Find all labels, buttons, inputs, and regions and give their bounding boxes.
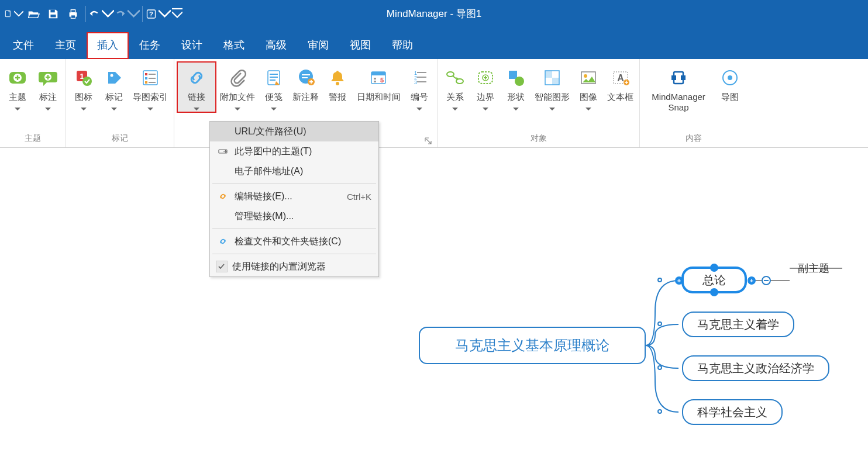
snap-icon [668, 67, 689, 88]
open-button[interactable] [23, 4, 43, 25]
ribbon-numbering-button[interactable]: 123 编号 [404, 61, 435, 113]
svg-text:5: 5 [380, 77, 384, 84]
numbering-icon: 123 [409, 67, 430, 88]
chevron-down-icon [585, 103, 591, 113]
ribbon-image-button[interactable]: 图像 [573, 61, 604, 113]
ribbon-attachment-button[interactable]: 附加文件 [216, 61, 259, 113]
chevron-down-icon [147, 103, 153, 113]
boundary-icon [475, 67, 496, 88]
svg-rect-21 [149, 82, 156, 83]
ribbon-note-button[interactable]: 便笺 [259, 61, 289, 113]
link-dropdown-menu: URL/文件路径(U) 此导图中的主题(T) 电子邮件地址(A) 编辑链接(E)… [209, 121, 379, 277]
menu-view[interactable]: 视图 [339, 32, 381, 59]
menu-insert[interactable]: 插入 [87, 32, 129, 59]
calendar-icon: 5 [368, 67, 389, 88]
dd-email[interactable]: 电子邮件地址(A) [210, 161, 378, 181]
ribbon-shape-button[interactable]: 形状 [501, 61, 531, 113]
qat-customize[interactable] [171, 4, 182, 25]
svg-rect-49 [545, 71, 552, 78]
ribbon-tag-button[interactable]: 标记 [99, 61, 129, 113]
plus-topic-icon [7, 67, 28, 88]
dd-separator [212, 229, 376, 229]
sub-topic-label[interactable]: 副主题 [798, 261, 829, 275]
chevron-down-icon [235, 103, 240, 113]
ribbon-group-topic: 主题 标注 主题 [0, 59, 66, 147]
ribbon-datetime-button[interactable]: 5 日期和时间 [353, 61, 404, 108]
ribbon-boundary-button[interactable]: 边界 [470, 61, 501, 113]
ribbon-smartshape-button[interactable]: 智能图形 [531, 61, 573, 113]
svg-rect-24 [270, 77, 278, 78]
menu-review[interactable]: 审阅 [297, 32, 339, 59]
svg-rect-16 [145, 73, 147, 75]
dd-separator [212, 254, 376, 254]
svg-rect-37 [417, 72, 426, 73]
menu-help[interactable]: 帮助 [381, 32, 423, 59]
svg-point-14 [111, 74, 113, 77]
menu-format[interactable]: 格式 [213, 32, 255, 59]
svg-rect-58 [681, 75, 686, 80]
bell-icon [327, 67, 348, 88]
help-button[interactable]: ? [145, 4, 171, 25]
ribbon-link-button[interactable]: 链接 [177, 61, 216, 113]
ribbon-group-object: 关系 边界 形状 智能图形 图像 [438, 59, 640, 147]
menu-file[interactable]: 文件 [2, 32, 44, 59]
svg-rect-46 [509, 71, 517, 79]
chevron-down-icon [271, 103, 277, 113]
group-label: 主题 [2, 131, 63, 147]
dd-url-path[interactable]: URL/文件路径(U) [210, 122, 378, 141]
dd-manage-link[interactable]: 管理链接(M)... [210, 206, 378, 226]
add-right-handle[interactable]: + [748, 276, 756, 285]
ribbon-index-button[interactable]: 导图索引 [129, 61, 171, 113]
title-bar: ? MindManager - 导图1 [0, 0, 868, 27]
connector-dot [657, 409, 662, 414]
group-label: 内容 [642, 131, 745, 147]
branch-topic-selected[interactable]: 总论 [682, 267, 746, 293]
chevron-down-icon [194, 103, 199, 113]
redo-button[interactable] [114, 4, 140, 25]
branch-topic[interactable]: 马克思主义政治经济学 [682, 355, 829, 381]
menu-home[interactable]: 主页 [44, 32, 87, 59]
chevron-down-icon [452, 103, 458, 113]
svg-rect-5 [71, 15, 75, 18]
dd-topic-in-map[interactable]: 此导图中的主题(T) [210, 141, 378, 161]
menu-tasks[interactable]: 任务 [129, 32, 171, 59]
ribbon-snap-button[interactable]: MindManager Snap [642, 61, 715, 113]
menu-advanced[interactable]: 高级 [255, 32, 297, 59]
print-button[interactable] [63, 4, 83, 25]
comment-icon [295, 67, 316, 88]
mapparts-icon [719, 67, 740, 88]
plus-callout-icon [37, 67, 58, 88]
svg-text:A: A [617, 73, 624, 83]
collapse-toggle[interactable] [762, 276, 771, 285]
ribbon-textbox-button[interactable]: A 文本框 [604, 61, 637, 108]
ribbon-alert-button[interactable]: 警报 [322, 61, 353, 108]
ribbon-comment-button[interactable]: 新注释 [289, 61, 322, 108]
image-icon [578, 67, 599, 88]
mindmap-canvas[interactable]: 马克思主义基本原理概论 总论 + + 副主题 马克思主义着学 马克思主义政治经济… [0, 148, 868, 474]
central-topic[interactable]: 马克思主义基本原理概论 [419, 327, 646, 364]
link-icon [186, 67, 207, 88]
menu-design[interactable]: 设计 [171, 32, 213, 59]
ribbon-mapparts-button[interactable]: 导图 [715, 61, 745, 102]
svg-rect-23 [270, 74, 278, 75]
branch-topic[interactable]: 马克思主义着学 [682, 312, 794, 337]
new-doc-button[interactable] [4, 4, 23, 25]
note-icon [263, 67, 284, 88]
ribbon-callout-button[interactable]: 标注 [33, 61, 63, 113]
branch-topic[interactable]: 科学社会主义 [682, 399, 783, 425]
save-button[interactable] [43, 4, 63, 25]
add-left-handle[interactable]: + [675, 276, 683, 285]
dd-edit-link[interactable]: 编辑链接(E)... Ctrl+K [210, 186, 378, 206]
svg-rect-27 [302, 74, 310, 75]
ribbon-icon-button[interactable]: 1 图标 [68, 61, 99, 113]
svg-text:3: 3 [414, 79, 417, 85]
ribbon-relationship-button[interactable]: 关系 [440, 61, 470, 113]
svg-point-30 [336, 82, 339, 85]
dd-check-link[interactable]: 检查文件和文件夹链接(C) [210, 231, 378, 251]
textbox-icon: A [610, 67, 631, 88]
undo-button[interactable] [88, 4, 114, 25]
dialog-launcher[interactable] [424, 137, 432, 145]
ribbon-topic-button[interactable]: 主题 [2, 61, 33, 113]
dd-use-builtin-browser[interactable]: 使用链接的内置浏览器 [210, 257, 378, 276]
svg-point-60 [728, 75, 732, 80]
